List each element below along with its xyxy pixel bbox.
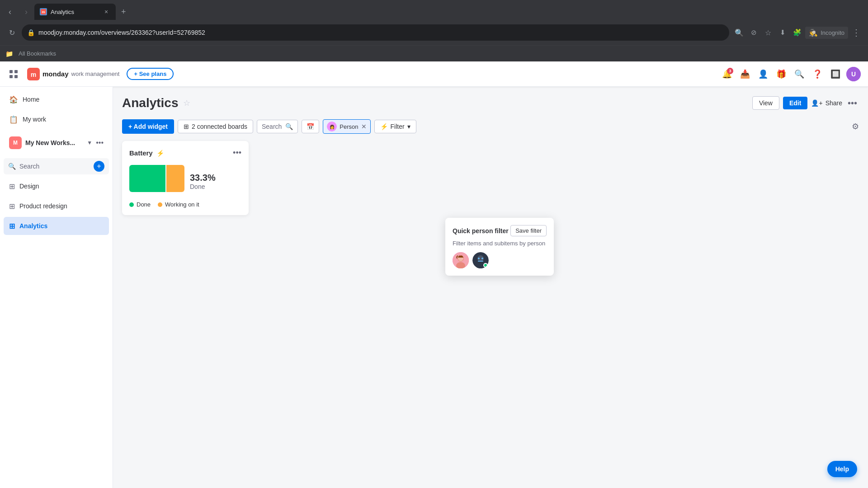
battery-working-bar <box>166 165 184 192</box>
person-filter-name: Person <box>340 123 358 130</box>
reader-mode-icon[interactable]: ⊘ <box>747 26 760 39</box>
back-nav-icon[interactable]: ‹ <box>4 5 16 18</box>
design-board-icon: ⊞ <box>9 182 15 191</box>
dashboard-settings-icon[interactable]: ⚙ <box>852 122 859 131</box>
svg-text:U: U <box>851 70 856 78</box>
search-input-text: Search <box>262 123 282 130</box>
browser-tab[interactable]: m Analytics × <box>34 4 116 20</box>
lock-icon: 🔒 <box>27 29 35 36</box>
battery-done-bar <box>129 165 165 192</box>
battery-widget: Battery ⚡ ••• 33.3% Done <box>122 141 249 215</box>
sidebar-item-design[interactable]: ⊞ Design <box>4 177 109 195</box>
download-icon[interactable]: ⬇ <box>776 26 789 39</box>
svg-rect-3 <box>14 70 18 73</box>
svg-rect-2 <box>9 70 13 73</box>
workspace-more-icon[interactable]: ••• <box>96 139 104 147</box>
person-avatar-1[interactable] <box>453 252 469 268</box>
workspace-header[interactable]: M My New Works... ▼ ••• <box>4 133 109 153</box>
battery-percentage: 33.3% <box>190 173 216 183</box>
workspace-chevron-icon: ▼ <box>87 140 92 146</box>
sidebar-item-home[interactable]: 🏠 Home <box>4 90 109 108</box>
share-icon: 👤+ <box>811 99 822 107</box>
svg-rect-4 <box>9 75 13 78</box>
page-title-star-icon[interactable]: ☆ <box>183 98 190 108</box>
address-bar-url[interactable]: moodjoy.monday.com/overviews/263362?user… <box>38 29 724 36</box>
sidebar-item-mywork[interactable]: 📋 My work <box>4 110 109 128</box>
view-button[interactable]: View <box>752 96 779 110</box>
person-filter-remove-icon[interactable]: ✕ <box>361 123 367 130</box>
svg-text:👩: 👩 <box>330 124 335 130</box>
browser-menu-icon[interactable]: ⋮ <box>850 26 863 39</box>
sidebar-design-label: Design <box>19 183 39 190</box>
incognito-indicator: 🕵 Incognito <box>805 27 848 39</box>
user-avatar[interactable]: U <box>846 67 861 81</box>
battery-status-label: Done <box>190 183 216 190</box>
tab-favicon: m <box>40 8 47 15</box>
widget-more-icon[interactable]: ••• <box>233 148 241 158</box>
widget-filter-icon[interactable]: ⚡ <box>156 150 164 157</box>
extensions-icon[interactable]: 🧩 <box>791 26 803 39</box>
product-redesign-icon: ⊞ <box>9 202 15 211</box>
notification-badge: 3 <box>727 68 733 74</box>
add-widget-button[interactable]: + Add widget <box>122 119 174 134</box>
sidebar-analytics-label: Analytics <box>19 222 47 230</box>
reload-button[interactable]: ↻ <box>5 26 18 39</box>
sidebar-mywork-label: My work <box>23 116 46 123</box>
edit-button[interactable]: Edit <box>783 97 807 109</box>
new-tab-button[interactable]: + <box>118 5 130 19</box>
save-filter-button[interactable]: Save filter <box>510 225 547 236</box>
apps-grid-button[interactable] <box>7 68 20 80</box>
sidebar-home-label: Home <box>23 96 39 103</box>
bookmarks-folder-icon: 📁 <box>5 50 13 57</box>
sidebar-item-product-redesign[interactable]: ⊞ Product redesign <box>4 197 109 215</box>
bookmark-star-icon[interactable]: ☆ <box>762 26 774 39</box>
mywork-icon: 📋 <box>9 115 18 124</box>
search-box[interactable]: Search 🔍 <box>257 120 298 133</box>
filter-button[interactable]: ⚡ Filter ▾ <box>374 120 416 133</box>
sidebar-search-icon: 🔍 <box>8 163 16 170</box>
invite-button[interactable]: 🎁 <box>774 67 788 81</box>
monday-logo-icon: m <box>27 68 40 80</box>
search-box-icon: 🔍 <box>285 123 293 130</box>
notifications-button[interactable]: 🔔 3 <box>720 67 734 81</box>
search-browser-icon[interactable]: 🔍 <box>733 26 745 39</box>
avatar-online-badge <box>483 263 488 267</box>
sidebar-add-button[interactable]: + <box>94 161 104 172</box>
svg-rect-21 <box>478 261 483 262</box>
filter-chevron-icon: ▾ <box>407 123 410 130</box>
person-filter-tag[interactable]: 👩 Person ✕ <box>323 119 370 134</box>
widget-title-text: Battery <box>129 149 153 157</box>
done-legend-dot <box>129 202 134 207</box>
svg-text:m: m <box>42 10 45 14</box>
tab-title: Analytics <box>51 9 99 15</box>
dropdown-description: Filter items and subitems by person <box>453 240 547 247</box>
tab-close-icon[interactable]: × <box>102 8 110 16</box>
all-bookmarks-link[interactable]: All Bookmarks <box>19 50 56 57</box>
svg-rect-5 <box>14 75 18 78</box>
date-filter-button[interactable]: 📅 <box>302 120 319 133</box>
forward-nav-icon[interactable]: › <box>20 5 33 18</box>
svg-text:m: m <box>31 71 36 78</box>
profile-menu-button[interactable]: 👤 <box>756 67 770 81</box>
global-search-button[interactable]: 🔍 <box>792 67 807 81</box>
person-avatar-2[interactable] <box>472 252 489 268</box>
working-legend-label: Working on it <box>165 201 199 208</box>
sidebar-item-analytics[interactable]: ⊞ Analytics <box>4 217 109 235</box>
home-icon: 🏠 <box>9 95 18 104</box>
logo-area[interactable]: m monday work management <box>27 68 119 80</box>
page-more-options-icon[interactable]: ••• <box>846 96 859 110</box>
help-header-button[interactable]: ❓ <box>810 67 825 81</box>
app-store-button[interactable]: 🔲 <box>828 67 843 81</box>
logo-subtext: work management <box>71 70 120 77</box>
analytics-icon: ⊞ <box>9 222 15 230</box>
see-plans-button[interactable]: + See plans <box>127 68 174 80</box>
page-share-button[interactable]: 👤+ Share <box>811 99 842 107</box>
workspace-icon: M <box>9 136 22 149</box>
inbox-button[interactable]: 📥 <box>738 67 752 81</box>
dropdown-title: Quick person filter <box>453 227 509 235</box>
help-button[interactable]: Help <box>827 461 857 477</box>
working-legend-dot <box>158 202 162 207</box>
connected-boards-button[interactable]: ⊞ 2 connected boards <box>178 120 253 133</box>
sidebar-search-box[interactable]: 🔍 Search + <box>4 158 109 174</box>
filter-icon: ⚡ <box>380 123 388 130</box>
